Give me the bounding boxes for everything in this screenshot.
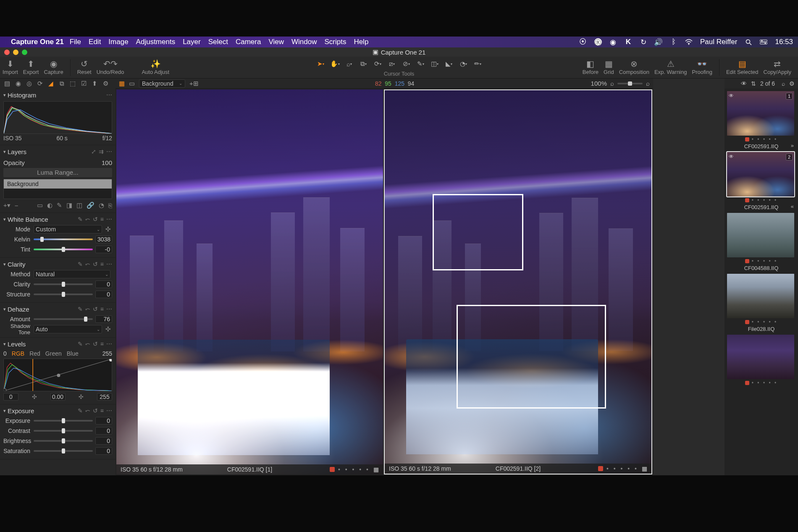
toolbar-composition[interactable]: ⊗Composition <box>619 60 649 75</box>
mask-gradient-icon[interactable]: ◨ <box>66 202 72 209</box>
browser-sort-icon[interactable]: ⇅ <box>751 80 756 87</box>
kelvin-slider[interactable] <box>34 238 93 240</box>
add-layer-icon[interactable]: +▾ <box>3 202 10 209</box>
tab-library-icon[interactable]: ▤ <box>3 80 11 87</box>
copy-icon[interactable]: ⤺ <box>85 216 90 223</box>
toolbar-capture[interactable]: ◉Capture <box>44 60 63 75</box>
volume-icon[interactable]: 🔊 <box>655 38 662 46</box>
tint-value[interactable]: -0 <box>95 246 112 253</box>
menulet-k-icon[interactable]: K <box>625 38 632 46</box>
mask-brush-icon[interactable]: ✎ <box>57 202 62 209</box>
expand-icon[interactable]: ⤢ <box>91 148 96 155</box>
shadow-tone-select[interactable]: Auto⌄ <box>34 325 102 333</box>
annotate-tool[interactable]: ✏▾ <box>471 58 484 69</box>
mask-fill-icon[interactable]: ▭ <box>37 202 43 209</box>
rating-dots[interactable]: • • • • • <box>752 319 777 325</box>
browser-thumb[interactable]: • • • • •CF004588.IIQ <box>727 213 795 271</box>
variant-nav-icon[interactable]: » <box>791 142 794 149</box>
radial-tool[interactable]: ◔▾ <box>457 58 470 69</box>
tab-capture-icon[interactable]: ◉ <box>14 80 22 87</box>
zoom-tool[interactable]: ⌕▾ <box>343 58 355 69</box>
browser-thumb[interactable]: • • • • • <box>727 335 795 387</box>
browser-thumb[interactable]: 👁2• • • • •CF002591.IIQ« <box>727 152 795 210</box>
menulet-1-icon[interactable]: ⦿ <box>579 38 587 46</box>
viewer-expand-icon[interactable]: ▦ <box>642 465 647 472</box>
browser-filter-icon[interactable]: ⚙ <box>789 80 795 87</box>
zoom-value[interactable]: 100% <box>591 80 607 87</box>
pan-tool[interactable]: ✋▾ <box>328 58 341 69</box>
zoom-in-icon[interactable]: ⌕ <box>646 80 650 87</box>
select-tool[interactable]: ➤▾ <box>314 58 327 69</box>
brush-mask-icon[interactable]: ✎ <box>78 216 83 223</box>
variant-nav-icon[interactable]: « <box>791 203 794 210</box>
mask-erase-icon[interactable]: ◫ <box>76 202 82 209</box>
toolbar-expwarning[interactable]: ⚠Exp. Warning <box>654 60 687 75</box>
browser-show-icon[interactable]: 👁 <box>741 80 747 87</box>
clock[interactable]: 16:53 <box>775 38 793 46</box>
tab-lens-icon[interactable]: ◎ <box>25 80 33 87</box>
structure-slider[interactable] <box>34 294 93 295</box>
toolbar-copyapply[interactable]: ⇄Copy/Apply <box>764 60 791 75</box>
layer-background[interactable]: Background <box>4 179 112 189</box>
app-name[interactable]: Capture One 21 <box>11 38 64 46</box>
new-layer-icon[interactable]: +⊞ <box>189 80 199 87</box>
toolbar-export[interactable]: ⬆Export <box>23 60 39 75</box>
user-name[interactable]: Paul Reiffer <box>700 38 738 46</box>
rating-dots[interactable]: • • • • • <box>752 380 777 386</box>
color-tag[interactable] <box>745 320 749 324</box>
tab-metadata-icon[interactable]: ☑ <box>80 80 87 87</box>
levels-tab-red[interactable]: Red <box>29 350 40 357</box>
color-tag[interactable] <box>745 381 749 385</box>
brightness-slider[interactable] <box>34 440 93 442</box>
levels-in-shadow[interactable]: 0 <box>3 393 18 401</box>
shadow-picker-icon[interactable]: ✣ <box>104 325 112 333</box>
more-icon[interactable]: ⋯ <box>106 148 112 155</box>
menulet-globe-icon[interactable]: ㊌ <box>594 38 602 46</box>
clarity-slider[interactable] <box>34 283 93 285</box>
toolbar-import[interactable]: ⬇Import <box>3 60 18 75</box>
rating-dots[interactable]: • • • • • <box>752 197 777 203</box>
erase-tool[interactable]: ◫▾ <box>428 58 441 69</box>
kelvin-value[interactable]: 3038 <box>95 236 112 243</box>
color-tag[interactable] <box>745 259 749 263</box>
brush-tool[interactable]: ✎▾ <box>414 58 427 69</box>
toolbar-editselected[interactable]: ▤Edit Selected <box>726 60 759 75</box>
time-machine-icon[interactable]: ↻ <box>640 38 647 46</box>
mask-link-icon[interactable]: 🔗 <box>87 202 94 209</box>
viewer-pane-right[interactable]: ISO 35 60 s f/12 28 mm CF002591.IIQ [2] … <box>384 89 652 474</box>
wifi-icon[interactable] <box>685 38 693 46</box>
straighten-tool[interactable]: ⟳▾ <box>371 58 384 69</box>
minimize-button[interactable] <box>13 50 18 55</box>
menu-scripts[interactable]: Scripts <box>324 38 346 46</box>
contrast-slider[interactable] <box>34 430 93 432</box>
selection-box-1[interactable] <box>433 194 523 271</box>
levels-graph[interactable] <box>3 359 112 391</box>
levels-out-high[interactable]: 255 <box>102 350 112 357</box>
viewer-mode-primary-icon[interactable]: ▦ <box>119 80 125 87</box>
crop-tool[interactable]: ⧉▾ <box>357 58 370 69</box>
toolbar-proofing[interactable]: 👓Proofing <box>692 60 712 75</box>
levels-in-mid[interactable]: 0.00 <box>50 393 66 401</box>
delete-layer-icon[interactable]: − <box>15 202 18 209</box>
control-center-icon[interactable] <box>760 38 767 46</box>
fullscreen-button[interactable] <box>22 50 27 55</box>
levels-tab-rgb[interactable]: RGB <box>12 350 24 357</box>
close-button[interactable] <box>4 50 10 55</box>
rating-dots[interactable]: • • • • • <box>752 258 777 264</box>
color-tag[interactable] <box>745 198 749 202</box>
bluetooth-icon[interactable]: ᛒ <box>670 38 677 46</box>
menu-select[interactable]: Select <box>208 38 228 46</box>
color-tag[interactable] <box>330 467 335 472</box>
menu-file[interactable]: File <box>70 38 81 46</box>
more-icon[interactable]: ⋯ <box>106 92 112 98</box>
gradient-tool[interactable]: ◣▾ <box>443 58 455 69</box>
menu-view[interactable]: View <box>268 38 284 46</box>
exposure-slider[interactable] <box>34 420 93 422</box>
browser-thumb[interactable]: • • • • •File028.IIQ <box>727 274 795 332</box>
menu-adjustments[interactable]: Adjustments <box>136 38 176 46</box>
viewer-pane-left[interactable]: ISO 35 60 s f/12 28 mm CF002591.IIQ [1] … <box>116 89 383 474</box>
levels-tab-green[interactable]: Green <box>45 350 62 357</box>
clarity-method-select[interactable]: Natural⌄ <box>34 270 110 278</box>
saturation-slider[interactable] <box>34 450 93 452</box>
wb-mode-select[interactable]: Custom⌄ <box>34 225 102 233</box>
